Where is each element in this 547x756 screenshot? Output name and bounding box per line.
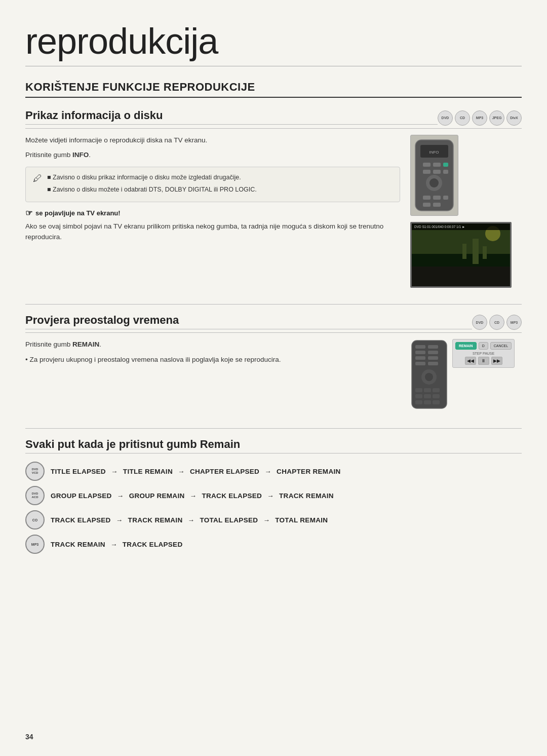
disc-icons-row2: DVD CD MP3 [472, 315, 522, 330]
hand-label: ☞ se pojavljuje na TV ekranu! [25, 208, 400, 218]
sequence-row-4: MP3 TRACK REMAIN → TRACK ELAPSED [25, 535, 522, 554]
icon-jpeg: JPEG [489, 110, 504, 126]
svg-rect-45 [433, 400, 440, 404]
svg-rect-29 [415, 351, 425, 354]
subsection3-title: Svaki put kada je pritisnut gumb Remain [25, 438, 522, 453]
svg-rect-34 [428, 362, 438, 365]
remain-diagram: REMAIN D CANCEL STEP PAUSE ◀◀ ⏸ ▶▶ [410, 339, 522, 412]
subsection-disk-info: Prikaz informacija o disku DVD CD MP3 JP… [25, 109, 522, 288]
svg-point-36 [425, 373, 433, 381]
svg-rect-4 [433, 163, 441, 167]
subsection-remain: Provjera preostalog vremena DVD CD MP3 P… [25, 314, 522, 412]
subsection2-bullet: • Za provjeru ukupnog i preostalog vreme… [25, 354, 400, 365]
seq-icon-mp3: MP3 [25, 535, 45, 554]
icon-dvd-2: DVD [472, 315, 487, 330]
seq-icon-label-4: MP3 [31, 543, 38, 546]
tv-screen-image: DVD S1:01 001/040 0:00:37 1/1 ► [410, 222, 512, 288]
cancel-btn: CANCEL [490, 342, 512, 350]
remain-remote-svg [410, 339, 448, 410]
prev-btn: ◀◀ [465, 357, 476, 365]
hand-icon-section: ☞ se pojavljuje na TV ekranu! Ako se ova… [25, 208, 400, 243]
svg-point-10 [429, 178, 439, 187]
icon-dvd: DVD [438, 110, 453, 126]
divider-1 [25, 304, 522, 305]
disc-icons-row1: DVD CD MP3 JPEG DivX [438, 110, 522, 126]
note-box: 🖊 ■ Zavisno o disku prikaz informacije o… [25, 167, 400, 202]
svg-rect-37 [415, 388, 422, 392]
note-icon: 🖊 [33, 173, 42, 184]
icon-mp3: MP3 [472, 110, 487, 126]
subsection1-instruction: Pritisnite gumb INFO. [25, 149, 400, 161]
seq-icon-dvd-vcd: DVDVCD [25, 462, 45, 481]
svg-rect-6 [423, 170, 431, 174]
remain-btn-highlight: REMAIN [455, 342, 477, 350]
hand-body-text: Ako se ovaj simbol pojavi na TV ekranu p… [25, 221, 400, 243]
image-col-2: REMAIN D CANCEL STEP PAUSE ◀◀ ⏸ ▶▶ [410, 339, 522, 412]
subsection-remain-sequences: Svaki put kada je pritisnut gumb Remain … [25, 438, 522, 554]
tv-content-svg: DVD S1:01 001/040 0:00:37 1/1 ► [412, 223, 512, 288]
svg-rect-40 [415, 394, 422, 398]
sequence-row-1: DVDVCD TITLE ELAPSED → TITLE REMAIN → CH… [25, 462, 522, 481]
svg-rect-30 [428, 351, 438, 354]
remain-remote-small [410, 339, 448, 412]
svg-rect-20 [473, 239, 479, 264]
panel-top-buttons: REMAIN D CANCEL [455, 342, 512, 350]
subsection1-body1: Možete vidjeti informacije o reprodukcij… [25, 135, 400, 146]
svg-rect-28 [428, 345, 438, 349]
subsection2-instruction: Pritisnite gumb REMAIN. [25, 339, 400, 350]
svg-text:INFO: INFO [429, 150, 439, 155]
svg-rect-8 [443, 170, 448, 174]
pause-btn: ⏸ [478, 357, 489, 365]
seq-icon-cd: CO [25, 510, 45, 530]
svg-rect-3 [423, 163, 431, 167]
svg-rect-41 [424, 394, 431, 398]
svg-text:DVD  S1:01  001/040  0:00:37  : DVD S1:01 001/040 0:00:37 1/1 ► [414, 225, 465, 229]
page-main-title: reprodukcija [25, 20, 522, 66]
next-btn: ▶▶ [491, 357, 502, 365]
seq-text-4: TRACK REMAIN → TRACK ELAPSED [51, 541, 182, 548]
hand-symbol: ☞ [25, 208, 32, 218]
svg-rect-22 [483, 246, 487, 259]
svg-rect-11 [423, 196, 431, 200]
svg-rect-44 [424, 400, 431, 404]
remote-image-1: INFO [410, 135, 458, 216]
svg-rect-14 [423, 203, 431, 207]
svg-rect-15 [433, 203, 441, 207]
note-text: ■ Zavisno o disku prikaz informacije o d… [47, 172, 257, 197]
step-label: STEP PAUSE [455, 352, 512, 355]
icon-mp3-2: MP3 [506, 315, 522, 330]
seq-text-3: TRACK ELAPSED → TRACK REMAIN → TOTAL ELA… [51, 516, 328, 524]
remain-panel: REMAIN D CANCEL STEP PAUSE ◀◀ ⏸ ▶▶ [452, 339, 515, 368]
svg-rect-21 [462, 244, 466, 259]
svg-rect-31 [415, 356, 425, 360]
divider-2 [25, 428, 522, 429]
tv-screen-inner: DVD S1:01 001/040 0:00:37 1/1 ► [412, 223, 510, 286]
svg-rect-39 [433, 388, 440, 392]
svg-rect-7 [433, 170, 441, 174]
svg-rect-43 [415, 400, 422, 404]
svg-rect-13 [443, 196, 448, 200]
icon-divx: DivX [506, 110, 522, 126]
d-btn: D [479, 342, 488, 350]
seq-icon-label-2: DVDACD [32, 492, 38, 499]
seq-text-2: GROUP ELAPSED → GROUP REMAIN → TRACK ELA… [51, 492, 334, 500]
image-col-1: INFO [410, 135, 522, 288]
subsection1-title: Prikaz informacija o disku [25, 109, 438, 125]
sequence-row-2: DVDACD GROUP ELAPSED → GROUP REMAIN → TR… [25, 486, 522, 505]
svg-rect-38 [424, 388, 431, 392]
svg-rect-27 [415, 345, 425, 349]
seq-icon-label-1: DVDVCD [32, 468, 38, 475]
sequence-row-3: CO TRACK ELAPSED → TRACK REMAIN → TOTAL … [25, 510, 522, 530]
icon-cd: CD [455, 110, 470, 126]
seq-text-1: TITLE ELAPSED → TITLE REMAIN → CHAPTER E… [51, 468, 341, 475]
section-heading: KORIŠTENJE FUNKCIJE REPRODUKCIJE [25, 81, 522, 98]
seq-icon-label-3: CO [32, 518, 38, 522]
svg-rect-42 [433, 394, 440, 398]
subsection2-title: Provjera preostalog vremena [25, 314, 472, 329]
page-number: 34 [25, 733, 33, 741]
svg-rect-32 [428, 356, 438, 360]
icon-cd-2: CD [489, 315, 504, 330]
svg-rect-33 [415, 362, 425, 365]
transport-buttons: ◀◀ ⏸ ▶▶ [455, 357, 512, 365]
svg-rect-12 [433, 196, 441, 200]
